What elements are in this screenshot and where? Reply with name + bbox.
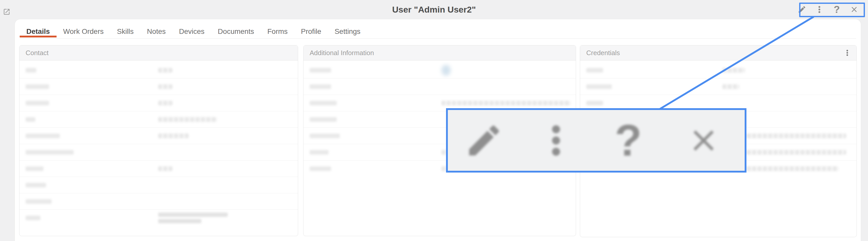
redacted-value: [441, 101, 571, 105]
redacted-label: [310, 134, 340, 138]
tab-label: Notes: [147, 27, 165, 36]
redacted-label: [586, 84, 612, 89]
card-header: Credentials: [580, 45, 857, 60]
redacted-row: [20, 144, 298, 160]
redacted-label: [26, 68, 36, 73]
tab-forms[interactable]: Forms: [261, 26, 294, 37]
redacted-value: [736, 133, 846, 138]
kebab-icon: [843, 49, 851, 57]
redacted-value: [158, 213, 228, 223]
card-title: Contact: [26, 49, 49, 57]
magnified-question-icon: ?: [609, 121, 647, 160]
card-title: Credentials: [586, 49, 620, 57]
redacted-label: [26, 183, 46, 187]
redacted-row: [20, 210, 298, 226]
redacted-row: [304, 78, 576, 95]
tab-label: Documents: [218, 27, 254, 36]
pencil-icon: [464, 121, 504, 160]
card-header: Contact: [20, 45, 298, 60]
card-body: [20, 60, 298, 226]
magnified-kebab-icon: [537, 121, 575, 160]
redacted-label: [26, 101, 49, 105]
redacted-label: [586, 101, 603, 105]
redacted-value: [158, 166, 173, 171]
question-icon: ?: [615, 121, 642, 160]
page-title: User "Admin User2": [0, 0, 868, 19]
redacted-label: [310, 84, 331, 89]
redacted-row: [20, 160, 298, 177]
redacted-row: [580, 78, 857, 95]
x-icon: [686, 123, 721, 158]
card-menu-button[interactable]: [843, 48, 852, 57]
annotation-zoom-callout: ?: [446, 108, 746, 172]
window-header: User "Admin User2" ?: [0, 0, 868, 19]
redacted-value: [158, 84, 173, 89]
redacted-value-icon: [441, 65, 451, 76]
redacted-label: [310, 101, 337, 105]
card-title: Additional Information: [310, 49, 374, 57]
redacted-label: [26, 150, 74, 155]
redacted-label: [26, 166, 43, 171]
redacted-row: [20, 193, 298, 210]
tab-skills[interactable]: Skills: [110, 26, 140, 37]
redacted-label: [310, 150, 329, 155]
redacted-label: [26, 84, 49, 89]
redacted-row: [20, 111, 298, 128]
tab-label: Forms: [268, 27, 288, 36]
kebab-icon: [537, 121, 575, 160]
redacted-label: [310, 68, 331, 73]
redacted-row: [20, 62, 298, 78]
redacted-label: [586, 68, 603, 73]
tab-bar: DetailsWork OrdersSkillsNotesDevicesDocu…: [20, 26, 367, 37]
tab-label: Profile: [301, 27, 321, 36]
tab-label: Details: [26, 27, 50, 36]
redacted-value: [722, 84, 739, 89]
magnified-x-icon: [686, 123, 721, 158]
redacted-label: [26, 199, 52, 204]
redacted-value: [736, 150, 846, 155]
redacted-value: [158, 101, 173, 105]
tab-settings[interactable]: Settings: [328, 26, 367, 37]
redacted-value: [736, 166, 839, 171]
redacted-value: [158, 117, 217, 122]
redacted-row: [304, 62, 576, 78]
redacted-label: [310, 117, 337, 122]
redacted-row: [20, 95, 298, 111]
tab-profile[interactable]: Profile: [294, 26, 328, 37]
redacted-row: [20, 78, 298, 95]
redacted-value: [158, 133, 189, 138]
open-in-new-window-icon[interactable]: [3, 8, 10, 16]
redacted-value: [722, 68, 745, 73]
annotation-highlight-box: [799, 3, 865, 17]
tab-documents[interactable]: Documents: [211, 26, 261, 37]
tab-bar-divider: [20, 38, 856, 39]
contact-card: Contact: [19, 45, 298, 236]
tab-work-orders[interactable]: Work Orders: [57, 26, 110, 37]
tab-notes[interactable]: Notes: [140, 26, 172, 37]
tab-details[interactable]: Details: [20, 26, 57, 37]
redacted-label: [26, 216, 40, 220]
redacted-row: [580, 62, 857, 78]
magnified-pencil-icon: [464, 121, 504, 160]
redacted-value: [158, 68, 173, 73]
tab-devices[interactable]: Devices: [173, 26, 211, 37]
card-header: Additional Information: [304, 45, 576, 60]
redacted-row: [20, 177, 298, 193]
tab-label: Settings: [335, 27, 360, 36]
redacted-label: [26, 117, 35, 122]
tab-label: Devices: [179, 27, 205, 36]
redacted-label: [310, 166, 331, 171]
tab-label: Skills: [117, 27, 133, 36]
redacted-row: [20, 128, 298, 144]
page: User "Admin User2" ? DetailsWork OrdersS…: [0, 0, 868, 241]
tab-label: Work Orders: [63, 27, 104, 36]
redacted-label: [26, 134, 60, 138]
